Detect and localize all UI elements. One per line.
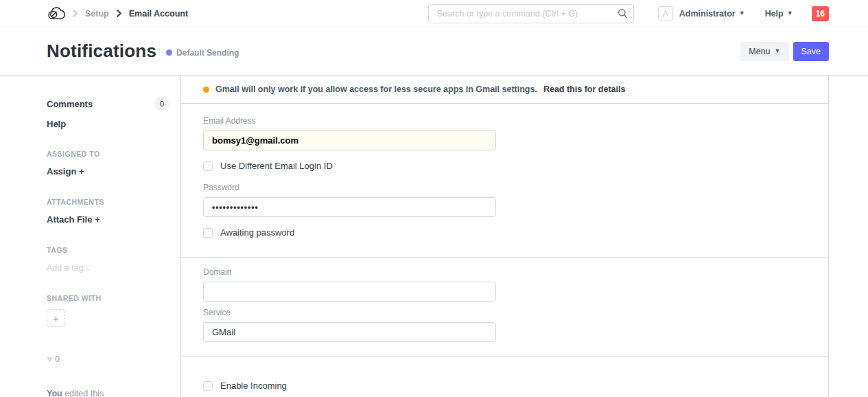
email-account-form: Gmail will only work if you allow access…	[180, 76, 829, 397]
breadcrumb: Setup Email Account	[85, 9, 188, 19]
comments-link[interactable]: Comments	[47, 99, 93, 109]
awaiting-password-checkbox-row[interactable]: Awaiting password	[203, 227, 806, 238]
email-address-field[interactable]	[203, 131, 496, 150]
page-header: Notifications Default Sending Menu ▼ Sav…	[0, 27, 868, 76]
service-field[interactable]	[203, 322, 496, 342]
breadcrumb-email-account[interactable]: Email Account	[129, 9, 188, 19]
indicator-dot-icon	[166, 49, 172, 56]
comments-count-badge: 0	[154, 96, 169, 111]
search-input[interactable]	[428, 4, 634, 23]
add-tag-input[interactable]	[47, 263, 136, 273]
user-avatar[interactable]: A	[658, 6, 673, 21]
top-navbar: Setup Email Account A Administrator ▼ He…	[0, 0, 868, 27]
app-logo-icon[interactable]	[47, 6, 65, 21]
notifications-badge[interactable]: 16	[812, 6, 829, 21]
domain-label: Domain	[203, 267, 806, 277]
help-row[interactable]: Help	[47, 119, 169, 129]
service-label: Service	[203, 308, 806, 317]
comments-row[interactable]: Comments 0	[47, 96, 169, 111]
add-share-button[interactable]: +	[47, 309, 65, 327]
navbar-right: A Administrator ▼ Help ▼ 16	[658, 6, 829, 21]
assigned-to-section: ASSIGNED TO Assign +	[47, 150, 169, 177]
page-actions: Menu ▼ Save	[740, 42, 829, 61]
warning-dot-icon	[203, 87, 209, 93]
domain-service-section: Domain Service	[181, 257, 828, 356]
use-different-login-checkbox-row[interactable]: Use Different Email Login ID	[203, 161, 806, 171]
chevron-down-icon: ▼	[775, 48, 781, 54]
password-field[interactable]	[203, 197, 496, 217]
tags-heading: TAGS	[47, 246, 169, 254]
search-icon	[618, 8, 628, 21]
attachments-section: ATTACHMENTS Attach File +	[47, 198, 169, 225]
chevron-right-icon	[116, 9, 122, 18]
use-different-login-label: Use Different Email Login ID	[220, 161, 333, 171]
like-count: 0	[55, 354, 60, 364]
help-link[interactable]: Help	[47, 119, 66, 129]
awaiting-password-checkbox[interactable]	[203, 228, 213, 238]
help-menu[interactable]: Help ▼	[765, 9, 793, 19]
enable-incoming-checkbox-row[interactable]: Enable Incoming	[203, 381, 806, 391]
menu-button-label: Menu	[749, 47, 770, 56]
user-menu[interactable]: Administrator ▼	[679, 9, 745, 19]
shared-with-heading: SHARED WITH	[47, 294, 169, 302]
breadcrumb-setup[interactable]: Setup	[85, 9, 109, 19]
password-label: Password	[203, 183, 806, 192]
save-button[interactable]: Save	[793, 42, 830, 61]
indicator-label: Default Sending	[176, 48, 239, 58]
attachments-heading: ATTACHMENTS	[47, 198, 169, 206]
like-control[interactable]: ♥ 0	[47, 353, 169, 365]
status-indicator: Default Sending	[166, 48, 239, 58]
use-different-login-checkbox[interactable]	[203, 161, 213, 171]
user-menu-label: Administrator	[679, 9, 736, 19]
form-sidebar: Comments 0 Help ASSIGNED TO Assign + ATT…	[0, 76, 180, 397]
global-search	[428, 4, 634, 23]
warning-details-link[interactable]: Read this for details	[543, 84, 625, 94]
email-address-label: Email Address	[203, 116, 806, 126]
help-menu-label: Help	[765, 9, 784, 19]
enable-incoming-checkbox[interactable]	[203, 381, 213, 391]
navbar-brand: Setup Email Account	[47, 6, 188, 21]
gmail-warning-banner: Gmail will only work if you allow access…	[181, 76, 828, 104]
chevron-right-icon	[72, 9, 78, 18]
attach-file-button[interactable]: Attach File +	[47, 214, 100, 225]
edited-text: edited this	[62, 389, 104, 397]
assigned-to-heading: ASSIGNED TO	[47, 150, 169, 158]
menu-button[interactable]: Menu ▼	[740, 42, 788, 61]
awaiting-password-label: Awaiting password	[220, 227, 294, 238]
last-edited-note: You edited this 28 minutes ago	[47, 388, 169, 397]
chevron-down-icon: ▼	[739, 10, 745, 16]
tags-section: TAGS	[47, 246, 169, 273]
assign-button[interactable]: Assign +	[47, 166, 84, 177]
login-section: Email Address Use Different Email Login …	[181, 104, 828, 257]
chevron-down-icon: ▼	[787, 10, 793, 16]
incoming-section: Enable Incoming	[181, 356, 828, 397]
page-title: Notifications	[47, 41, 156, 62]
edited-by: You	[47, 389, 62, 397]
warning-text: Gmail will only work if you allow access…	[215, 84, 537, 94]
domain-field[interactable]	[203, 282, 496, 302]
enable-incoming-label: Enable Incoming	[220, 381, 287, 391]
content-area: Comments 0 Help ASSIGNED TO Assign + ATT…	[0, 76, 868, 397]
shared-with-section: SHARED WITH +	[47, 294, 169, 327]
heart-icon[interactable]: ♥	[47, 353, 53, 365]
